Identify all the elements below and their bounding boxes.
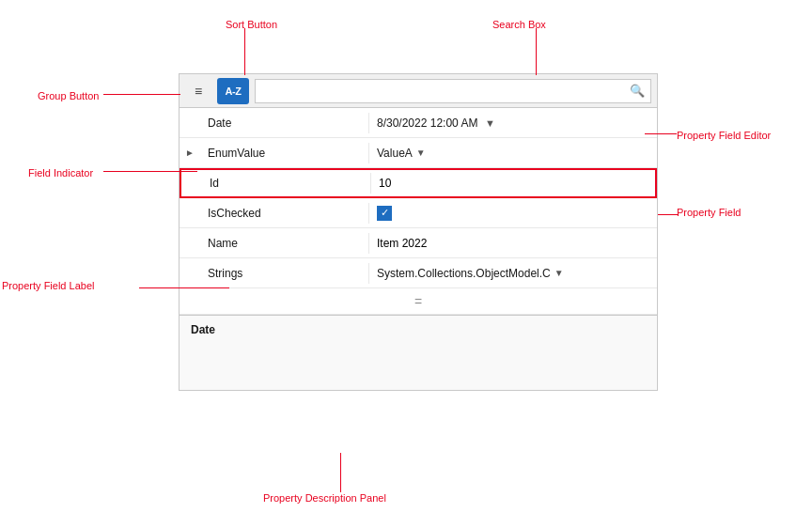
prop-label-name: Name (200, 233, 369, 254)
property-row-strings: Strings System.Collections.ObjectModel.C… (180, 258, 657, 288)
expand-col-enumvalue: ► (180, 148, 200, 158)
id-input[interactable] (379, 177, 648, 190)
toolbar-row: ≡ A-Z 🔍 (180, 74, 657, 108)
annotation-sort-button: Sort Button (226, 19, 277, 30)
sort-label: A-Z (226, 85, 242, 97)
property-row-ischecked: IsChecked ✓ (180, 198, 657, 228)
property-grid-panel: ≡ A-Z 🔍 Date 8/30/2022 12:00 AM ▼ ► Enum… (179, 73, 658, 391)
property-row-id: Id (180, 168, 657, 198)
property-row-name: Name (180, 228, 657, 258)
prop-label-ischecked: IsChecked (200, 203, 369, 224)
prop-label-enumvalue: EnumValue (200, 143, 369, 163)
search-icon: 🔍 (630, 84, 645, 98)
prop-label-strings: Strings (200, 263, 369, 284)
ischecked-checkbox[interactable]: ✓ (377, 206, 392, 221)
enumvalue-dropdown[interactable]: ValueA ▼ (377, 147, 426, 160)
enumvalue-arrow: ▼ (416, 148, 426, 158)
date-picker-button[interactable]: ▼ (481, 115, 498, 132)
prop-value-enumvalue: ValueA ▼ (369, 143, 657, 163)
annotation-property-field-label: Property Field Label (2, 280, 94, 291)
prop-value-id[interactable] (371, 173, 655, 194)
prop-label-id: Id (202, 173, 371, 194)
sort-button[interactable]: A-Z (217, 78, 249, 104)
search-input[interactable] (261, 85, 630, 98)
property-row-enumvalue: ► EnumValue ValueA ▼ (180, 138, 657, 168)
property-description-panel: Date (180, 315, 657, 390)
prop-value-date: 8/30/2022 12:00 AM ▼ (369, 111, 657, 135)
enumvalue-text: ValueA (377, 147, 413, 160)
annotation-group-button: Group Button (38, 90, 99, 101)
annotation-field-indicator: Field Indicator (28, 167, 93, 179)
group-icon: ≡ (195, 84, 202, 99)
prop-value-strings: System.Collections.ObjectModel.C ▼ (369, 263, 657, 284)
divider-row: = (180, 288, 657, 315)
group-button[interactable]: ≡ (185, 79, 211, 103)
annotation-search-box: Search Box (492, 19, 546, 30)
annotation-property-field-editor: Property Field Editor (677, 130, 771, 141)
annotation-property-description-panel: Property Description Panel (263, 492, 386, 504)
description-title: Date (191, 323, 646, 336)
date-text: 8/30/2022 12:00 AM (377, 116, 477, 130)
annotation-property-field: Property Field (677, 207, 741, 218)
strings-dropdown[interactable]: System.Collections.ObjectModel.C ▼ (377, 267, 564, 280)
strings-arrow: ▼ (554, 268, 564, 278)
search-box: 🔍 (255, 79, 651, 103)
prop-label-date: Date (200, 113, 369, 133)
field-indicator-icon: ► (185, 148, 195, 158)
divider-symbol: = (414, 294, 422, 309)
prop-value-name[interactable] (369, 233, 657, 254)
property-row-date: Date 8/30/2022 12:00 AM ▼ (180, 108, 657, 138)
prop-value-ischecked: ✓ (369, 202, 657, 225)
name-input[interactable] (377, 237, 649, 250)
strings-text: System.Collections.ObjectModel.C (377, 267, 551, 280)
